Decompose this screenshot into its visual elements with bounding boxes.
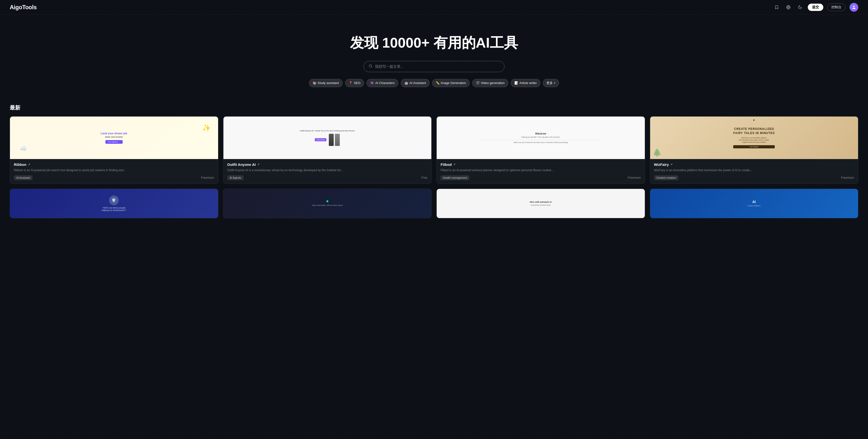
submit-button[interactable]: 提交 bbox=[808, 4, 823, 11]
globe-icon[interactable] bbox=[784, 3, 792, 11]
card-ribbon-info: Ribbon ↗ Ribbon is an AI-powered job sea… bbox=[10, 159, 218, 184]
card-wizfairy-pricing: Freemium bbox=[841, 176, 854, 180]
tag-article-writer[interactable]: 📝 Article writer bbox=[511, 79, 540, 87]
tag-seo[interactable]: 📍 SEO bbox=[345, 79, 364, 87]
tag-article-writer-emoji: 📝 bbox=[515, 81, 518, 85]
external-link-icon-outfit: ↗ bbox=[257, 163, 259, 166]
card-outfit-tag: AI Agents bbox=[227, 175, 244, 180]
card-partial-2[interactable]: Near Stormside, 456 as been Hired bbox=[223, 189, 432, 218]
card-wizfairy-desc: WizFairy is an innovative platform that … bbox=[654, 168, 855, 173]
latest-section-title: 最新 bbox=[10, 104, 858, 112]
thumb-wizfairy-tree: 🌲 bbox=[653, 148, 661, 157]
moon-icon[interactable] bbox=[796, 3, 804, 11]
card-ribbon-tag: AI Assistant bbox=[14, 175, 33, 180]
tag-image-generation[interactable]: ✏️ Image Generation bbox=[432, 79, 470, 87]
nav-right: 提交 控制台 bbox=[773, 3, 858, 12]
thumb-ribbon-title: Land your dream job bbox=[101, 132, 127, 135]
cards-grid: Land your dream job faster and smarter G… bbox=[10, 116, 858, 184]
tag-video-generation-emoji: 🎬 bbox=[476, 81, 480, 85]
card-outfit-pricing: Free bbox=[422, 176, 428, 180]
card-partial-1-thumb: 🛡️ "WHO are these peoplehelping our busi… bbox=[10, 189, 218, 218]
card-outfit-desc: Outfit Anyone AI is a revolutionary virt… bbox=[227, 168, 428, 173]
tag-ai-assistant[interactable]: 🤖 AI Assistant bbox=[401, 79, 430, 87]
tag-ai-assistant-emoji: 🤖 bbox=[404, 81, 408, 85]
card-partial-4-thumb: AI Smart Platform bbox=[650, 189, 858, 218]
card-ribbon-name: Ribbon ↗ bbox=[14, 162, 214, 166]
tag-ai-assistant-label: AI Assistant bbox=[409, 81, 426, 85]
avatar[interactable] bbox=[849, 3, 858, 12]
card-ribbon[interactable]: Land your dream job faster and smarter G… bbox=[10, 116, 218, 184]
card-fitbod-footer: Health management Freemium bbox=[440, 175, 641, 180]
search-bar bbox=[364, 61, 504, 72]
external-link-icon-fitbod: ↗ bbox=[453, 163, 455, 166]
card-fitbod-thumbnail: fitbod.me Helping you get fitter. This m… bbox=[437, 117, 645, 159]
navbar: AigoTools 提交 控制台 bbox=[0, 0, 868, 15]
tag-image-generation-label: Image Generation bbox=[441, 81, 466, 85]
tag-image-generation-emoji: ✏️ bbox=[436, 81, 440, 85]
card-ribbon-footer: AI Assistant Freemium bbox=[14, 175, 214, 180]
tag-ai-characters-label: AI Characters bbox=[375, 81, 395, 85]
search-container bbox=[364, 61, 504, 72]
card-fitbod-tag: Health management bbox=[440, 175, 469, 180]
tag-more-label: 更多 + bbox=[547, 81, 555, 85]
tag-article-writer-label: Article writer bbox=[520, 81, 537, 85]
brand-logo[interactable]: AigoTools bbox=[10, 4, 37, 11]
svg-point-3 bbox=[369, 65, 372, 67]
thumb-ribbon-star: ✨ bbox=[202, 124, 211, 132]
search-icon bbox=[369, 64, 373, 69]
tag-video-generation[interactable]: 🎬 Video generation bbox=[472, 79, 508, 87]
card-fitbod-desc: Fitbod is an AI-powered workout planner … bbox=[440, 168, 641, 173]
card-ribbon-thumbnail: Land your dream job faster and smarter G… bbox=[10, 117, 218, 159]
card-outfit-footer: AI Agents Free bbox=[227, 175, 428, 180]
tag-study-label: Study assistant bbox=[318, 81, 339, 85]
tag-seo-label: SEO bbox=[354, 81, 361, 85]
card-partial-4[interactable]: AI Smart Platform bbox=[650, 189, 859, 218]
card-fitbod[interactable]: fitbod.me Helping you get fitter. This m… bbox=[436, 116, 645, 184]
search-input[interactable] bbox=[375, 64, 499, 68]
bottom-cards-grid: 🛡️ "WHO are these peoplehelping our busi… bbox=[10, 189, 858, 218]
card-ribbon-desc: Ribbon is an AI-powered job search tool … bbox=[14, 168, 214, 173]
card-fitbod-info: Fitbod ↗ Fitbod is an AI-powered workout… bbox=[437, 159, 645, 184]
bookmark-icon[interactable] bbox=[773, 3, 781, 11]
console-button[interactable]: 控制台 bbox=[827, 3, 846, 11]
thumb-ribbon-cloud: ☁️ bbox=[20, 145, 27, 152]
card-outfit-info: Outfit Anyone AI ↗ Outfit Anyone AI is a… bbox=[223, 159, 432, 184]
card-ribbon-pricing: Freemium bbox=[201, 176, 214, 180]
svg-point-2 bbox=[853, 6, 855, 7]
card-wizfairy-tag: Content creation bbox=[654, 175, 679, 180]
card-wizfairy-name: WizFairy ↗ bbox=[654, 162, 855, 166]
card-partial-1[interactable]: 🛡️ "WHO are these peoplehelping our busi… bbox=[10, 189, 218, 218]
svg-line-4 bbox=[371, 67, 372, 67]
tag-study-emoji: 📚 bbox=[313, 81, 316, 85]
card-fitbod-name: Fitbod ↗ bbox=[440, 162, 641, 166]
card-outfit-thumbnail: Outfit Anyone AI: Virtual Try-on for Any… bbox=[223, 117, 432, 159]
hero-section: 发现 10000+ 有用的AI工具 📚 Study assistant 📍 SE… bbox=[0, 15, 868, 97]
external-link-icon-wizfairy: ↗ bbox=[670, 163, 673, 166]
tag-seo-emoji: 📍 bbox=[349, 81, 353, 85]
external-link-icon: ↗ bbox=[28, 163, 30, 166]
card-wizfairy-footer: Content creation Freemium bbox=[654, 175, 855, 180]
tag-ai-characters-emoji: 👾 bbox=[370, 81, 374, 85]
main-content: 最新 Land your dream job faster and smarte… bbox=[0, 97, 868, 226]
tag-ai-characters[interactable]: 👾 AI Characters bbox=[367, 79, 398, 87]
card-wizfairy-thumbnail: ⚜ CREATE PERSONALIZEDFAIRY TALES IN MINU… bbox=[650, 117, 858, 159]
card-outfit-name: Outfit Anyone AI ↗ bbox=[227, 162, 428, 166]
card-outfit[interactable]: Outfit Anyone AI: Virtual Try-on for Any… bbox=[223, 116, 432, 184]
hero-title: 发现 10000+ 有用的AI工具 bbox=[350, 34, 518, 51]
tag-video-generation-label: Video generation bbox=[481, 81, 505, 85]
card-fitbod-pricing: Freemium bbox=[627, 176, 641, 180]
tag-study[interactable]: 📚 Study assistant bbox=[309, 79, 343, 87]
card-wizfairy[interactable]: ⚜ CREATE PERSONALIZEDFAIRY TALES IN MINU… bbox=[650, 116, 859, 184]
card-wizfairy-info: WizFairy ↗ WizFairy is an innovative pla… bbox=[650, 159, 858, 184]
card-partial-3-thumb: Hire cold outreach AI AI-powered outreac… bbox=[437, 189, 645, 218]
card-partial-3[interactable]: Hire cold outreach AI AI-powered outreac… bbox=[436, 189, 645, 218]
tag-more[interactable]: 更多 + bbox=[543, 79, 559, 87]
tags-container: 📚 Study assistant 📍 SEO 👾 AI Characters … bbox=[309, 79, 559, 87]
card-partial-2-thumb: Near Stormside, 456 as been Hired bbox=[223, 189, 432, 218]
